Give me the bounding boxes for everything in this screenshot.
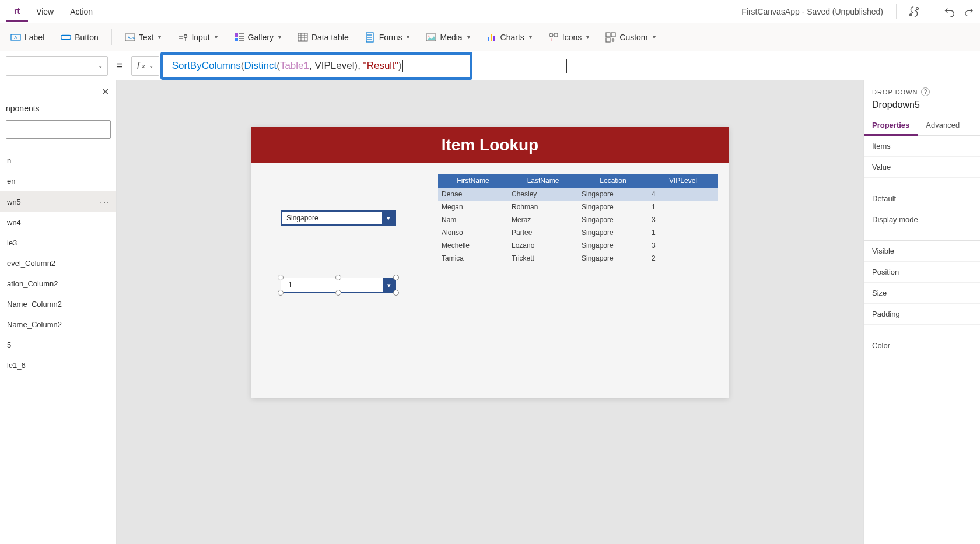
dropdown-value: Singapore (282, 214, 382, 222)
more-icon[interactable]: ··· (100, 197, 110, 206)
prop-color[interactable]: Color (864, 335, 980, 356)
prop-padding[interactable]: Padding (864, 304, 980, 325)
charts-button[interactable]: Charts ▾ (481, 29, 538, 46)
label-button[interactable]: A Label (5, 29, 50, 46)
fx-button[interactable]: fx⌄ (131, 56, 159, 76)
svg-rect-37 (606, 38, 610, 42)
dropdown-value: 1 (281, 281, 383, 289)
tree-item[interactable]: le1_6 (0, 355, 116, 375)
resize-handle[interactable] (278, 275, 284, 280)
tab-properties[interactable]: Properties (864, 116, 918, 136)
menu-insert[interactable]: rt (6, 2, 28, 22)
group-gap (864, 325, 980, 335)
property-selector[interactable]: ⌄ (6, 56, 108, 76)
tree-item[interactable]: wn4 (0, 212, 116, 233)
svg-rect-11 (235, 33, 238, 37)
prop-size[interactable]: Size (864, 283, 980, 304)
custom-button[interactable]: Custom ▾ (600, 29, 661, 46)
resize-handle[interactable] (335, 290, 341, 296)
tree-item[interactable]: n (0, 150, 116, 171)
tree-item[interactable]: le3 (0, 233, 116, 253)
undo-icon[interactable] (939, 1, 960, 22)
table-cell: 4 (648, 188, 718, 201)
tree-item[interactable]: en (0, 171, 116, 191)
table-body: DenaeChesleySingapore4MeganRohmanSingapo… (438, 188, 718, 265)
svg-rect-31 (494, 36, 495, 41)
formula-bar[interactable]: SortByColumns(Distinct(Table1, VIPLevel)… (164, 55, 974, 76)
viplevel-dropdown[interactable]: 1 ▾ (281, 278, 396, 293)
tree-item[interactable]: 5 (0, 335, 116, 355)
gallery-button[interactable]: Gallery ▾ (228, 29, 287, 46)
input-button[interactable]: Input ▾ (172, 29, 223, 46)
chevron-down-icon: ▾ (278, 34, 281, 40)
prop-displaymode[interactable]: Display mode (864, 209, 980, 230)
redo-icon[interactable] (964, 1, 974, 22)
props-type: DROP DOWN ? (864, 80, 980, 99)
svg-point-32 (550, 33, 553, 37)
table-row[interactable]: MechelleLozanoSingapore3 (438, 239, 718, 252)
icons-icon: +− (548, 32, 559, 43)
tree-item[interactable]: ation_Column2 (0, 273, 116, 294)
chevron-down-icon: ▾ (215, 34, 218, 40)
close-icon[interactable]: ✕ (102, 86, 109, 97)
app-checker-icon[interactable] (904, 1, 925, 22)
svg-rect-16 (239, 40, 244, 41)
column-header[interactable]: VIPLevel (648, 174, 718, 188)
label-icon: A (10, 32, 21, 43)
tree-item[interactable]: wn5··· (0, 191, 116, 212)
media-button[interactable]: Media ▾ (420, 29, 475, 46)
ribbon: A Label Button Abc Text ▾ Input ▾ Galler… (0, 23, 980, 51)
help-icon[interactable]: ? (921, 87, 930, 96)
datatable-label: Data table (312, 33, 349, 42)
resize-handle[interactable] (393, 290, 399, 296)
table-row[interactable]: DenaeChesleySingapore4 (438, 188, 718, 201)
data-table[interactable]: FirstNameLastNameLocationVIPLevel DenaeC… (438, 174, 718, 265)
datatable-button[interactable]: Data table (292, 29, 355, 46)
prop-position[interactable]: Position (864, 262, 980, 283)
main: ✕ nponents nenwn5···wn4le3evel_Column2at… (0, 80, 980, 544)
table-cell: 2 (648, 252, 718, 265)
resize-handle[interactable] (278, 290, 284, 296)
menu-view[interactable]: View (28, 2, 62, 21)
text-button[interactable]: Abc Text ▾ (119, 29, 167, 46)
resize-handle[interactable] (393, 275, 399, 280)
canvas-wrap: Item Lookup Singapore ▾ 1 ▾ FirstName (117, 80, 863, 544)
canvas[interactable]: Item Lookup Singapore ▾ 1 ▾ FirstName (251, 127, 729, 398)
button-button[interactable]: Button (55, 29, 104, 46)
resize-handle[interactable] (335, 275, 341, 280)
chevron-down-icon[interactable]: ▾ (382, 212, 395, 224)
group-gap (864, 230, 980, 241)
svg-text:A: A (14, 35, 18, 40)
tree-item[interactable]: Name_Column2 (0, 294, 116, 314)
menu-action[interactable]: Action (62, 2, 101, 21)
column-header[interactable]: FirstName (438, 174, 508, 188)
tree-search-input[interactable] (6, 120, 111, 139)
table-row[interactable]: NamMerazSingapore3 (438, 213, 718, 226)
prop-default[interactable]: Default (864, 188, 980, 209)
svg-point-0 (910, 13, 912, 16)
column-header[interactable]: Location (578, 174, 648, 188)
tree-item[interactable]: Name_Column2 (0, 314, 116, 335)
location-dropdown[interactable]: Singapore ▾ (281, 210, 396, 226)
column-header[interactable]: LastName (508, 174, 578, 188)
prop-items[interactable]: Items (864, 136, 980, 157)
chevron-down-icon: ▾ (158, 34, 161, 40)
prop-value[interactable]: Value (864, 157, 980, 178)
table-row[interactable]: MeganRohmanSingapore1 (438, 201, 718, 213)
table-row[interactable]: AlonsoParteeSingapore1 (438, 226, 718, 239)
tree-list: nenwn5···wn4le3evel_Column2ation_Column2… (0, 150, 116, 375)
table-cell: Megan (438, 201, 508, 213)
forms-button[interactable]: Forms ▾ (359, 29, 416, 46)
tree-item[interactable]: evel_Column2 (0, 253, 116, 273)
icons-label: Icons (562, 33, 582, 42)
text-label: Text (139, 33, 154, 42)
text-cursor (402, 60, 403, 72)
button-icon (61, 32, 71, 43)
table-row[interactable]: TamicaTrickettSingapore2 (438, 252, 718, 265)
chevron-down-icon: ⌄ (149, 62, 153, 69)
tab-advanced[interactable]: Advanced (918, 116, 968, 135)
icons-button[interactable]: +− Icons ▾ (542, 29, 595, 46)
table-cell: Alonso (438, 226, 508, 239)
prop-visible[interactable]: Visible (864, 241, 980, 262)
table-cell: Chesley (508, 188, 578, 201)
